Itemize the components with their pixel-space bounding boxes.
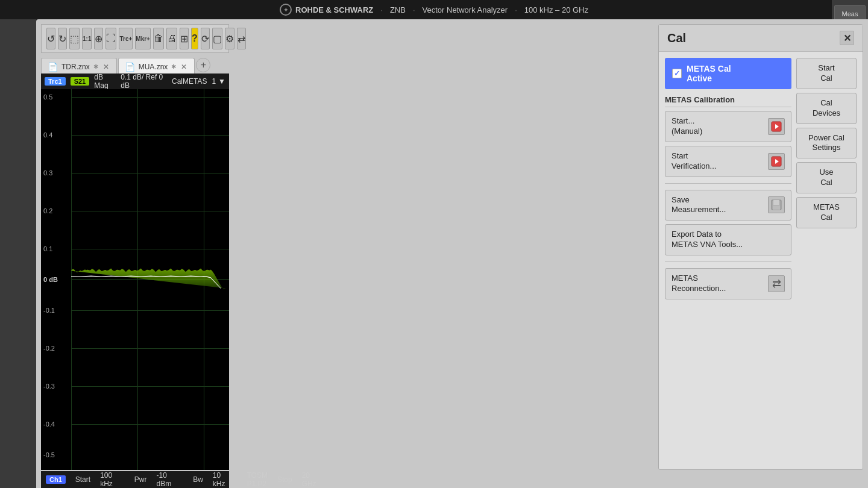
- display-btn[interactable]: ▢: [212, 28, 222, 49]
- tab-tdr[interactable]: 📄 TDR.znx ✱ ✕: [41, 58, 117, 75]
- ch-badge: Ch1: [46, 475, 66, 484]
- metas-reconnection-btn[interactable]: METASReconnection... ⇄: [665, 268, 791, 299]
- metas-cal-btn[interactable]: METASCal: [796, 197, 857, 228]
- delete-btn[interactable]: 🗑: [153, 28, 164, 49]
- start-label: Start: [75, 475, 90, 484]
- undo-btn[interactable]: ↺: [46, 28, 55, 49]
- y-label-0.1: 0.1: [43, 245, 52, 252]
- chart-area: 0.5 0.4 0.3 0.2 0.1 0 dB -0.1 -0.2 -0.3 …: [41, 89, 229, 470]
- tab-tdr-icon: 📄: [48, 62, 58, 72]
- instrument-area: ↺ ↻ ⬚ 1:1 ⊕ ⛶ Trc+ Mkr+ 🗑 🖨 ⊞ ? ⟳ ▢ ⚙ ⇄ …: [36, 19, 868, 488]
- tab-tdr-close[interactable]: ✕: [102, 63, 110, 71]
- tab-mua-icon: 📄: [125, 62, 135, 72]
- expand-btn[interactable]: ⛶: [105, 28, 116, 49]
- freq-range-label: 100 kHz – 20 GHz: [524, 5, 588, 14]
- start-cal-btn[interactable]: StartCal: [796, 58, 857, 89]
- title-bar: ✦ ROHDE & SCHWARZ · ZNB · Vector Network…: [0, 0, 868, 19]
- separator3: ·: [515, 5, 517, 14]
- cal-close-btn[interactable]: ✕: [840, 31, 854, 45]
- start-manual-text: Start...(Manual): [671, 116, 764, 137]
- tab-add-btn[interactable]: +: [196, 58, 210, 72]
- refresh-btn[interactable]: ⟳: [201, 28, 210, 49]
- start-verification-btn[interactable]: StartVerification...: [665, 146, 791, 177]
- start-manual-btn[interactable]: Start...(Manual): [665, 111, 791, 142]
- y-label-neg0.5: -0.5: [43, 451, 55, 458]
- export-data-btn[interactable]: Export Data toMETAS VNA Tools...: [665, 224, 791, 255]
- trace-info-bar: Trc1 S21 dB Mag 0.1 dB/ Ref 0 dB CalMETA…: [41, 74, 229, 89]
- start-verification-icon: [768, 153, 785, 170]
- separator1: ·: [380, 5, 383, 14]
- tab-mua[interactable]: 📄 MUA.znx ✱ ✕: [118, 58, 195, 75]
- metas-calibration-label: METAS Calibration: [665, 93, 791, 107]
- zoom-rect-btn[interactable]: ⬚: [69, 28, 80, 49]
- trace-add-btn[interactable]: Trc+: [119, 28, 133, 49]
- metas-reconnection-icon: ⇄: [768, 275, 785, 292]
- start-manual-icon: [768, 118, 785, 135]
- cal-devices-btn[interactable]: CalDevices: [796, 93, 857, 124]
- save-measurement-icon: [768, 196, 785, 213]
- settings-btn[interactable]: ⚙: [225, 28, 234, 49]
- start-verification-text: StartVerification...: [671, 151, 764, 172]
- status-bar: Ch1 Start 100 kHz Pwr -10 dBm Bw 10 kHz …: [41, 471, 229, 488]
- cal-divider-1: [665, 183, 791, 184]
- cal-panel-title: Cal: [667, 31, 686, 45]
- bw-value: 10 kHz: [213, 471, 225, 488]
- cal-divider-2: [665, 261, 791, 262]
- metas-active-label: METAS CalActive: [687, 64, 731, 83]
- cal-panel: Cal ✕ ✓ METAS CalActive METAS Calibratio…: [658, 24, 863, 470]
- windows-btn[interactable]: ⊞: [180, 28, 189, 49]
- y-label-0.3: 0.3: [43, 169, 52, 177]
- y-label-neg0.3: -0.3: [43, 383, 55, 390]
- signal-trace: [71, 89, 229, 470]
- tab-mua-modified: ✱: [171, 63, 176, 70]
- cal-label: CalMETAS: [172, 77, 207, 86]
- brand-name: ROHDE & SCHWARZ: [295, 5, 373, 14]
- swap-btn[interactable]: ⇄: [237, 28, 246, 49]
- use-cal-btn[interactable]: UseCal: [796, 162, 857, 193]
- format-label: dB Mag: [94, 73, 116, 90]
- brand-icon: ✦: [280, 4, 292, 16]
- stop-label: Stop: [277, 475, 292, 484]
- brand-logo: ✦ ROHDE & SCHWARZ: [280, 4, 373, 16]
- marker-add-btn[interactable]: Mkr+: [135, 28, 151, 49]
- separator2: ·: [413, 5, 415, 14]
- bw-label: Bw: [193, 475, 203, 484]
- tab-mua-label: MUA.znx: [139, 63, 168, 71]
- y-label-neg0.4: -0.4: [43, 421, 55, 428]
- power-cal-settings-btn[interactable]: Power CalSettings: [796, 128, 857, 159]
- tab-bar: 📄 TDR.znx ✱ ✕ 📄 MUA.znx ✱ ✕ +: [41, 55, 229, 75]
- dropdown-icon: ▼: [218, 77, 225, 86]
- metas-active-checkbox[interactable]: ✓: [672, 69, 682, 78]
- svg-rect-5: [773, 200, 779, 205]
- tab-mua-close[interactable]: ✕: [180, 63, 188, 71]
- cal-panel-body: ✓ METAS CalActive METAS Calibration Star…: [659, 52, 863, 305]
- y-label-0.4: 0.4: [43, 131, 52, 139]
- save-measurement-btn[interactable]: SaveMeasurement...: [665, 190, 791, 221]
- zoom-in-btn[interactable]: ⊕: [94, 28, 103, 49]
- save-measurement-text: SaveMeasurement...: [671, 195, 764, 216]
- svg-rect-6: [773, 205, 780, 210]
- y-label-0dB: 0 dB: [43, 276, 58, 283]
- metas-reconnection-text: METASReconnection...: [671, 274, 764, 294]
- metas-cal-active-btn[interactable]: ✓ METAS CalActive: [665, 58, 791, 89]
- pwr-label: Pwr: [134, 475, 147, 484]
- pwr-value: -10 dBm: [156, 471, 171, 488]
- channel-info: 1 ▼: [212, 77, 225, 86]
- cal-right-column: StartCal CalDevices Power CalSettings Us…: [796, 58, 857, 299]
- channel-num: 1: [212, 77, 216, 86]
- cal-left-column: ✓ METAS CalActive METAS Calibration Star…: [665, 58, 791, 299]
- y-label-0.5: 0.5: [43, 93, 52, 101]
- cal-type-label: TOSM P1,P2: [247, 471, 268, 488]
- model-label: ZNB: [390, 5, 406, 14]
- y-label-neg0.2: -0.2: [43, 345, 55, 352]
- tab-tdr-label: TDR.znx: [61, 63, 90, 71]
- help-btn[interactable]: ?: [191, 28, 198, 49]
- export-data-text: Export Data toMETAS VNA Tools...: [671, 230, 785, 250]
- print-btn[interactable]: 🖨: [166, 28, 177, 49]
- cal-panel-header: Cal ✕: [659, 25, 863, 52]
- zoom-1to1-btn[interactable]: 1:1: [82, 28, 92, 49]
- start-freq: 100 kHz: [100, 471, 113, 488]
- tab-tdr-modified: ✱: [93, 63, 98, 70]
- redo-btn[interactable]: ↻: [58, 28, 67, 49]
- stop-freq: 20 GHz: [302, 471, 316, 488]
